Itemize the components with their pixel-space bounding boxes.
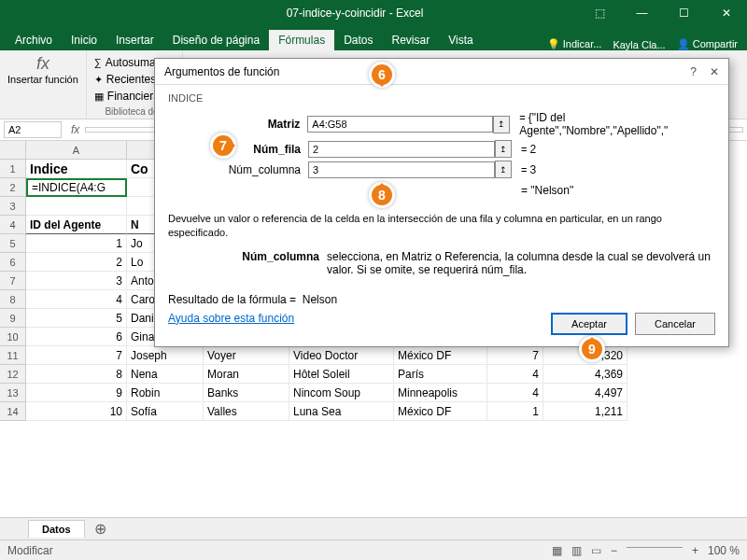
function-arguments-dialog: Argumentos de función ? ✕ INDICE Matriz … [154,58,729,347]
select-all-corner[interactable] [0,141,26,160]
tell-me[interactable]: 💡 Indicar... [547,38,602,50]
sheet-tab-datos[interactable]: Datos [28,520,85,538]
cell[interactable]: 6 [26,328,127,346]
status-bar: Modificar ▦ ▥ ▭ − + 100 % [0,539,747,560]
formula-result: Resultado de la fórmula = Nelson [168,293,715,306]
cell[interactable]: Video Doctor [289,346,394,365]
row-header[interactable]: 2 [0,178,26,197]
tab-diseno[interactable]: Diseño de página [163,30,269,50]
cell[interactable] [26,197,127,216]
cell[interactable]: Minneapolis [394,384,487,402]
view-layout-icon[interactable]: ▥ [571,544,582,557]
user-name[interactable]: Kayla Cla... [613,39,665,50]
cell[interactable]: 1,211 [543,402,627,421]
cell[interactable]: Nincom Soup [289,384,394,402]
cell[interactable]: 1 [487,402,543,421]
name-box[interactable] [4,121,62,138]
cancel-button[interactable]: Cancelar [635,313,715,335]
zoom-out-button[interactable]: − [611,544,617,557]
tab-formulas[interactable]: Fórmulas [269,30,334,50]
arg-input-numfila[interactable] [308,141,495,158]
cell[interactable]: Joseph [127,346,204,365]
collapse-dialog-icon[interactable]: ↥ [495,161,512,178]
arg-label-numcol: Núm_columna [168,163,308,176]
row-header[interactable]: 4 [0,216,26,234]
cell[interactable]: Moran [204,365,289,384]
row-header[interactable]: 11 [0,346,26,365]
row-header[interactable]: 1 [0,160,26,178]
cell[interactable]: Sofía [127,402,204,421]
cell[interactable]: 4 [26,290,127,309]
callout-6: 6 [369,62,395,88]
window-title: 07-indice-y-coincidir - Excel [131,7,579,20]
row-header[interactable]: 12 [0,365,26,384]
cell[interactable]: Luna Sea [289,402,394,421]
arg-input-matriz[interactable] [307,116,493,133]
cell[interactable]: Nena [127,365,204,384]
cell[interactable]: Voyer [204,346,289,365]
cell[interactable]: 8 [26,365,127,384]
collapse-dialog-icon[interactable]: ↥ [495,140,512,158]
view-pagebreak-icon[interactable]: ▭ [591,544,601,557]
cell[interactable]: Banks [204,384,289,402]
callout-8: 8 [369,182,395,208]
cell[interactable]: 10 [26,402,127,421]
row-header[interactable]: 9 [0,309,26,328]
view-normal-icon[interactable]: ▦ [552,544,562,557]
cell[interactable]: Hôtel Soleil [289,365,394,384]
cell[interactable]: 2 [26,253,127,272]
zoom-level[interactable]: 100 % [708,544,740,557]
cell[interactable]: 1 [26,234,127,253]
cell[interactable]: 5 [26,309,127,328]
row-header[interactable]: 7 [0,272,26,290]
cell[interactable]: Indice [26,160,127,178]
tab-insertar[interactable]: Insertar [106,30,163,50]
tab-inicio[interactable]: Inicio [62,30,106,50]
cell[interactable]: 7 [26,346,127,365]
zoom-slider[interactable] [627,547,683,548]
sheet-tabs: Datos ⊕ [0,517,747,539]
cell[interactable]: Robin [127,384,204,402]
cell[interactable]: 4,369 [543,365,627,384]
cell[interactable]: 4 [487,365,543,384]
insert-function-button[interactable]: Insertar función [7,74,78,85]
tab-revisar[interactable]: Revisar [383,30,440,50]
dialog-help-icon[interactable]: ? [690,65,697,78]
cell[interactable]: Valles [204,402,289,421]
dialog-close-icon[interactable]: ✕ [710,65,719,78]
cell[interactable]: México DF [394,346,487,365]
row-header[interactable]: 10 [0,328,26,346]
tab-datos[interactable]: Datos [334,30,382,50]
cell[interactable]: 4,497 [543,384,627,402]
row-header[interactable]: 5 [0,234,26,253]
row-header[interactable]: 14 [0,402,26,421]
row-header[interactable]: 13 [0,384,26,402]
zoom-in-button[interactable]: + [692,544,698,557]
cell[interactable]: 9 [26,384,127,402]
tab-archivo[interactable]: Archivo [6,30,62,50]
row-header[interactable]: 3 [0,197,26,216]
help-link[interactable]: Ayuda sobre esta función [168,312,294,325]
add-sheet-button[interactable]: ⊕ [85,520,116,538]
row-header[interactable]: 8 [0,290,26,309]
column-header[interactable]: A [26,141,127,160]
tab-vista[interactable]: Vista [439,30,482,50]
cell[interactable]: ID del Agente [26,216,127,234]
cell[interactable]: 3 [26,272,127,290]
fx-button[interactable]: fx [65,123,85,136]
row-header[interactable]: 6 [0,253,26,272]
close-icon[interactable]: ✕ [705,0,747,26]
ribbon-options-icon[interactable]: ⬚ [579,0,621,26]
cell[interactable]: =INDICE(A4:G [26,178,127,197]
dialog-title: Argumentos de función [164,65,279,78]
cell[interactable]: México DF [394,402,487,421]
minimize-icon[interactable]: — [621,0,663,26]
collapse-dialog-icon[interactable]: ↥ [493,116,510,133]
share-button[interactable]: 👤 Compartir [677,38,738,50]
maximize-icon[interactable]: ☐ [663,0,705,26]
cell[interactable]: París [394,365,487,384]
arg-input-numcol[interactable] [308,161,495,178]
function-description: Devuelve un valor o referencia de la cel… [168,212,715,241]
cell[interactable]: 7 [487,346,543,365]
cell[interactable]: 4 [487,384,543,402]
